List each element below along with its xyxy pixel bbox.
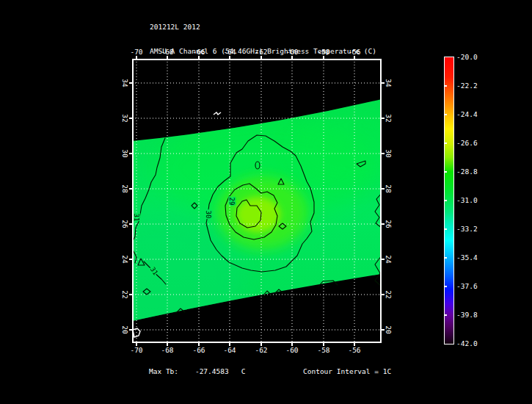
lon-tick-bottom: -64 <box>223 346 236 354</box>
lon-tick-bottom: -60 <box>285 346 298 354</box>
colorbar-label: -22.2 <box>456 82 478 90</box>
contour-interval-label: Contour Interval = 1C <box>303 367 391 375</box>
lon-tick-top: -66 <box>192 48 205 56</box>
lon-tick-top: -60 <box>285 48 298 56</box>
colorbar-tick <box>445 85 447 87</box>
app-canvas: 201212L 2012 AMSU-A Channel 6 (54.46GHz)… <box>0 0 532 404</box>
lat-tick-right: 24 <box>385 255 393 263</box>
lat-tick-right: 26 <box>385 220 393 228</box>
max-tb-label: Max Tb: -27.4583 C <box>149 367 246 375</box>
lon-tick-bottom: -66 <box>192 346 205 354</box>
colorbar-label: -35.4 <box>456 253 478 261</box>
colorbar <box>444 57 454 345</box>
lat-tick-left: 32 <box>121 114 129 122</box>
colorbar-label: -26.6 <box>456 139 478 147</box>
colorbar-tick <box>445 114 447 115</box>
contour-label-29: 29 <box>228 198 236 206</box>
colorbar-label: -33.2 <box>456 225 478 233</box>
lat-tick-left: 22 <box>121 290 129 298</box>
colorbar-tick <box>445 286 447 287</box>
colorbar-label: -37.6 <box>456 282 478 290</box>
lon-tick-top: -56 <box>348 48 360 56</box>
lat-tick-right: 32 <box>385 114 393 122</box>
lat-tick-left: 20 <box>121 325 129 333</box>
lat-tick-left: 34 <box>121 79 129 87</box>
lat-tick-right: 30 <box>385 149 393 157</box>
map-plot: 30 29 31 31 <box>132 59 382 343</box>
lat-tick-left: 26 <box>121 220 129 228</box>
storm-id: 201212L 2012 <box>150 23 376 31</box>
lat-tick-left: 30 <box>121 149 129 157</box>
colorbar-tick <box>445 228 447 230</box>
lat-tick-right: 20 <box>385 325 393 333</box>
lat-tick-right: 28 <box>385 184 393 192</box>
lon-tick-top: -64 <box>223 48 236 56</box>
colorbar-tick <box>445 143 447 144</box>
lon-tick-top: -70 <box>130 48 142 56</box>
colorbar-tick <box>445 257 447 259</box>
lat-tick-left: 28 <box>121 184 129 192</box>
colorbar-tick <box>445 200 447 201</box>
lat-tick-right: 22 <box>385 290 393 298</box>
lat-tick-left: 24 <box>121 255 129 263</box>
contour-label-31-upper: 31 <box>133 214 140 222</box>
colorbar-label: -28.8 <box>456 167 478 176</box>
lon-tick-bottom: -58 <box>317 346 329 354</box>
lon-tick-bottom: -56 <box>348 346 360 354</box>
lon-tick-bottom: -70 <box>130 346 142 354</box>
colorbar-tick <box>445 171 447 173</box>
contour-label-30: 30 <box>205 211 212 219</box>
colorbar-label: -20.0 <box>456 53 478 61</box>
colorbar-tick <box>445 314 447 316</box>
lon-tick-bottom: -62 <box>255 346 267 354</box>
lon-tick-top: -68 <box>161 48 173 56</box>
colorbar-label: -24.4 <box>456 110 478 118</box>
colorbar-label: -31.0 <box>456 196 478 204</box>
colorbar-label: -39.8 <box>456 311 478 319</box>
lon-tick-top: -62 <box>255 48 267 56</box>
lon-tick-bottom: -68 <box>161 346 173 354</box>
colorbar-label: -42.0 <box>456 339 478 347</box>
lat-tick-right: 34 <box>385 79 393 87</box>
lon-tick-top: -58 <box>317 48 329 56</box>
